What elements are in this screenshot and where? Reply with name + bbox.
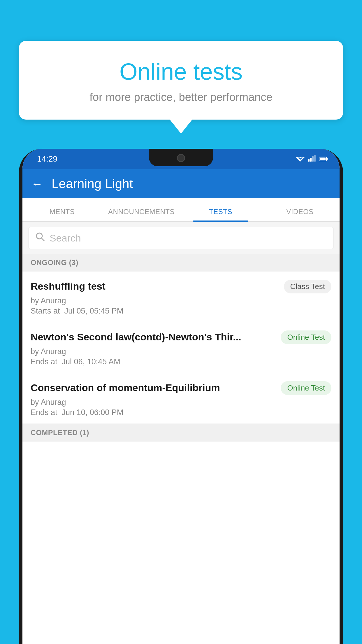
search-icon — [36, 232, 45, 244]
tab-ments[interactable]: MENTS — [22, 208, 102, 221]
bubble-title: Online tests — [36, 58, 326, 85]
test-item-conservation[interactable]: Conservation of momentum-Equilibrium Onl… — [22, 373, 340, 424]
completed-header: COMPLETED (1) — [22, 424, 340, 442]
test-item-row: Reshuffling test Class Test — [31, 280, 331, 293]
search-container: Search — [22, 222, 340, 254]
signal-icon — [308, 155, 316, 164]
search-input[interactable]: Search — [50, 232, 81, 244]
phone-screen: 14:29 — [22, 149, 340, 644]
test-meta-time-1: Starts at Jul 05, 05:45 PM — [31, 307, 331, 316]
test-name-newtons: Newton's Second law(contd)-Newton's Thir… — [31, 330, 275, 343]
svg-rect-3 — [308, 159, 310, 162]
status-icons — [296, 155, 328, 164]
badge-online-test-1: Online Test — [281, 330, 331, 344]
test-meta-by-3: by Anurag — [31, 398, 331, 407]
test-meta-time-3: Ends at Jun 10, 06:00 PM — [31, 408, 331, 417]
svg-rect-9 — [320, 158, 326, 160]
tab-videos[interactable]: VIDEOS — [260, 208, 340, 221]
battery-icon — [319, 155, 328, 164]
phone-frame: 14:29 — [19, 149, 343, 644]
tab-tests[interactable]: TESTS — [181, 208, 260, 221]
svg-line-11 — [42, 238, 44, 241]
status-time: 14:29 — [37, 154, 57, 164]
search-box[interactable]: Search — [28, 227, 334, 249]
badge-online-test-2: Online Test — [281, 381, 331, 395]
test-meta-time-2: Ends at Jul 06, 10:45 AM — [31, 357, 331, 366]
ongoing-header: ONGOING (3) — [22, 254, 340, 272]
content-area: ONGOING (3) Reshuffling test Class Test … — [22, 254, 340, 644]
test-item-row-2: Newton's Second law(contd)-Newton's Thir… — [31, 330, 331, 344]
app-bar: ← Learning Light — [22, 169, 340, 198]
speech-bubble: Online tests for more practice, better p… — [19, 41, 343, 120]
wifi-icon — [296, 155, 305, 164]
svg-rect-8 — [326, 158, 328, 160]
test-item-row-3: Conservation of momentum-Equilibrium Onl… — [31, 381, 331, 395]
svg-point-10 — [36, 233, 42, 239]
test-name-reshuffling: Reshuffling test — [31, 280, 278, 293]
bubble-subtitle: for more practice, better performance — [36, 91, 326, 104]
svg-rect-4 — [310, 158, 312, 162]
camera — [177, 154, 185, 162]
phone-notch — [149, 149, 213, 166]
app-title: Learning Light — [52, 176, 133, 191]
test-item-newtons[interactable]: Newton's Second law(contd)-Newton's Thir… — [22, 322, 340, 373]
svg-rect-5 — [312, 156, 314, 162]
test-meta-by-1: by Anurag — [31, 296, 331, 305]
tabs-bar: MENTS ANNOUNCEMENTS TESTS VIDEOS — [22, 198, 340, 222]
svg-rect-6 — [314, 155, 316, 162]
test-name-conservation: Conservation of momentum-Equilibrium — [31, 381, 275, 394]
badge-class-test: Class Test — [284, 280, 331, 293]
tab-announcements[interactable]: ANNOUNCEMENTS — [102, 208, 181, 221]
test-item-reshuffling[interactable]: Reshuffling test Class Test by Anurag St… — [22, 272, 340, 322]
back-button[interactable]: ← — [31, 177, 43, 190]
test-meta-by-2: by Anurag — [31, 347, 331, 356]
